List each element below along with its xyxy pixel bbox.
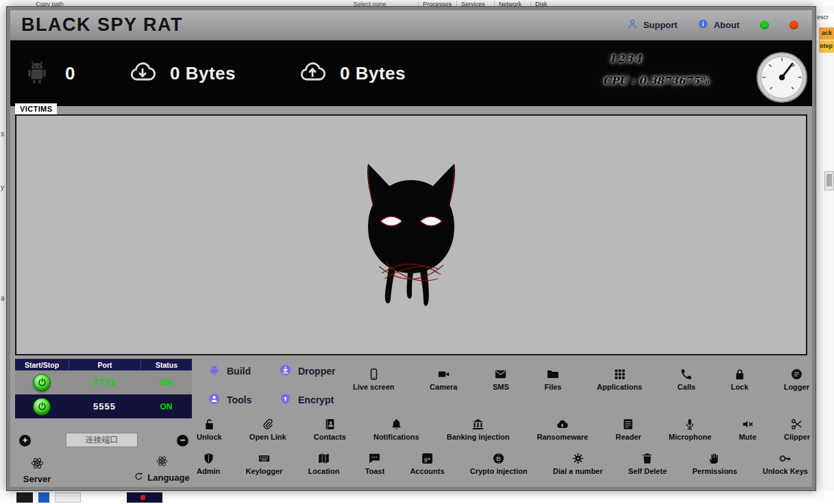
power-toggle[interactable] — [33, 374, 51, 392]
microphone-icon — [683, 418, 696, 431]
unlock-icon — [203, 418, 216, 431]
feature-label: Unlock Keys — [763, 467, 808, 475]
bg-tab: Processes — [418, 1, 452, 7]
feature-label: Microphone — [669, 433, 711, 441]
cpu-usage: CPU : 0.3873675% — [603, 75, 709, 87]
feature-label: Unlock — [197, 433, 222, 441]
feature-label: Files — [544, 383, 561, 391]
bg-text: s — [1, 130, 4, 138]
notifications-icon — [390, 418, 403, 431]
feature-permissions[interactable]: Permissions — [692, 452, 737, 475]
feature-label: Accounts — [410, 467, 444, 475]
files-icon — [546, 368, 559, 381]
app-window: BLACK SPY RAT Support About 0 0 Bytes 0 — [7, 7, 815, 490]
bg-text: y — [1, 184, 4, 191]
builder-label: Tools — [227, 394, 252, 405]
bg-text: Select none — [354, 1, 387, 7]
admin-shield-icon — [202, 452, 215, 465]
bg-tab: Services — [456, 1, 485, 7]
feature-row: Live screenCameraSMSFilesApplicationsCal… — [353, 368, 809, 391]
feature-label: Permissions — [692, 467, 737, 475]
tools-button[interactable]: Tools — [208, 392, 279, 407]
dial-icon — [572, 452, 585, 465]
feature-label: Contacts — [314, 433, 346, 441]
feature-dial-a-number[interactable]: Dial a number — [553, 452, 603, 475]
stats-bar: 0 0 Bytes 0 Bytes 1234 CPU : 0.3873675% — [10, 40, 812, 106]
feature-live-screen[interactable]: Live screen — [353, 368, 395, 391]
feature-label: Calls — [678, 383, 696, 391]
feature-notifications[interactable]: Notifications — [373, 418, 419, 441]
person-icon — [626, 18, 639, 32]
feature-keylogger[interactable]: Keylogger — [245, 452, 282, 475]
feature-contacts[interactable]: Contacts — [314, 418, 346, 441]
feature-unlock-keys[interactable]: Unlock Keys — [763, 452, 808, 475]
feature-label: Reader — [615, 433, 641, 441]
contacts-icon — [323, 418, 336, 431]
feature-crypto-injection[interactable]: BCrypto injection — [470, 452, 528, 475]
feature-logger[interactable]: Logger — [784, 368, 809, 391]
feature-reader[interactable]: Reader — [615, 418, 641, 441]
feature-ransomeware[interactable]: Ransomeware — [537, 418, 589, 441]
port-input[interactable] — [66, 433, 138, 447]
power-toggle[interactable] — [33, 398, 51, 416]
minimize-button[interactable] — [760, 21, 769, 29]
about-button[interactable]: About — [698, 18, 739, 32]
feature-self-delete[interactable]: Self Delete — [628, 452, 667, 475]
feature-clipper[interactable]: Clipper — [784, 418, 810, 441]
feature-label: Dial a number — [553, 467, 603, 475]
feature-banking-injection[interactable]: Banking injection — [447, 418, 510, 441]
server-button[interactable]: Server — [17, 456, 57, 484]
feature-sms[interactable]: SMS — [493, 368, 509, 391]
feature-admin[interactable]: Admin — [197, 452, 220, 475]
upload-total: 0 Bytes — [340, 63, 406, 84]
feature-mute[interactable]: Mute — [739, 418, 757, 441]
close-button[interactable] — [789, 21, 798, 29]
feature-label: Location — [308, 467, 340, 475]
add-port-button[interactable]: + — [19, 435, 31, 446]
cloud-upload-icon — [299, 58, 326, 88]
language-button[interactable]: Language — [120, 455, 204, 483]
server-table-header: Start/Stop Port Status — [15, 359, 192, 370]
feature-applications[interactable]: Applications — [597, 368, 642, 391]
feature-label: Crypto injection — [470, 467, 528, 475]
feature-label: Self Delete — [628, 467, 667, 475]
column-header: Status — [140, 361, 192, 369]
feature-files[interactable]: Files — [544, 368, 561, 391]
feature-open-link[interactable]: Open Link — [249, 418, 286, 441]
builder-buttons: BuildDropperToolsEncrypt — [208, 364, 356, 407]
download-stat: 0 Bytes — [129, 58, 236, 88]
support-button[interactable]: Support — [626, 18, 678, 32]
atom-icon — [156, 455, 169, 470]
feature-calls[interactable]: Calls — [678, 368, 696, 391]
column-header: Start/Stop — [15, 361, 69, 369]
tab-victims[interactable]: VICTIMS — [15, 103, 57, 114]
background-window-fragment: Copy path Select none Processes Services… — [0, 0, 834, 7]
feature-lock[interactable]: Lock — [731, 368, 748, 391]
feature-accounts[interactable]: g+Accounts — [410, 452, 444, 475]
taskbar-fragment — [0, 490, 834, 504]
feature-camera[interactable]: Camera — [430, 368, 457, 391]
encrypt-button[interactable]: Encrypt — [279, 392, 356, 407]
feature-toast[interactable]: Toast — [365, 452, 385, 475]
feature-label: Banking injection — [447, 433, 510, 441]
server-row: 5555ON — [15, 394, 192, 418]
banking-icon — [471, 418, 485, 431]
tools-icon — [208, 392, 221, 407]
scrollbar-fragment[interactable] — [824, 171, 834, 190]
feature-unlock[interactable]: Unlock — [197, 418, 222, 441]
feature-microphone[interactable]: Microphone — [669, 418, 711, 441]
dropper-button[interactable]: Dropper — [279, 364, 356, 379]
feature-location[interactable]: Location — [308, 452, 340, 475]
build-button[interactable]: Build — [208, 364, 279, 379]
remove-port-button[interactable]: − — [177, 435, 188, 446]
builder-label: Dropper — [298, 366, 335, 377]
feature-label: Mute — [739, 433, 757, 441]
bg-text: ack — [819, 27, 834, 40]
taskbar-icon — [127, 492, 162, 503]
server-label: Server — [23, 474, 51, 484]
crypto-icon: B — [492, 452, 505, 465]
unlock-keys-icon — [778, 452, 792, 465]
download-total: 0 Bytes — [170, 63, 236, 84]
refresh-icon — [134, 471, 144, 483]
language-label: Language — [147, 473, 189, 483]
